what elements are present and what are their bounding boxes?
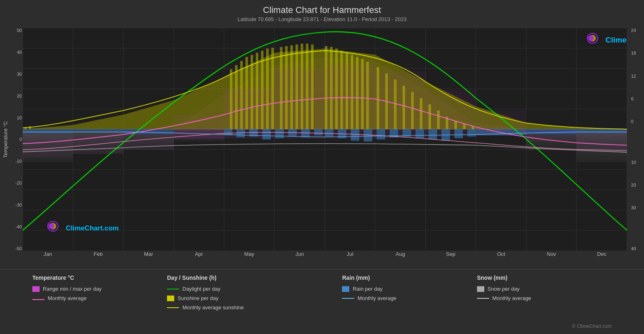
temp-avg-line [32, 299, 44, 300]
x-label-aug: Aug [375, 251, 426, 267]
legend-item-daylight: Daylight per day [167, 286, 342, 292]
svg-rect-109 [526, 129, 576, 142]
legend-item-rain-day: Rain per day [342, 286, 477, 292]
chart-subtitle: Latitude 70.685 - Longitude 23.871 - Ele… [0, 16, 644, 22]
svg-rect-49 [429, 129, 437, 140]
svg-rect-105 [325, 65, 376, 129]
svg-rect-103 [224, 88, 274, 129]
svg-rect-52 [467, 129, 476, 136]
svg-rect-102 [174, 115, 224, 139]
svg-rect-36 [262, 129, 271, 140]
svg-rect-100 [73, 133, 123, 154]
chart-container: Climate Chart for Hammerfest Latitude 70… [0, 0, 644, 334]
svg-rect-37 [275, 129, 284, 138]
chart-header: Climate Chart for Hammerfest Latitude 70… [0, 0, 644, 24]
legend-title-snow: Snow (mm) [477, 274, 612, 281]
svg-rect-41 [325, 129, 334, 136]
legend-item-temp-avg: Monthly average [32, 295, 167, 301]
svg-text:ClimeChart.com: ClimeChart.com [606, 36, 627, 44]
chart-plot: ClimeChart.com ClimeChart.com [23, 28, 627, 251]
chart-svg: ClimeChart.com ClimeChart.com [23, 28, 627, 251]
svg-rect-43 [351, 129, 359, 141]
legend-sunshine: Day / Sunshine (h) Daylight per day Suns… [167, 274, 342, 329]
snow-avg-line [477, 298, 489, 299]
svg-rect-110 [576, 133, 627, 152]
legend-item-temp-range: Range min / max per day [32, 286, 167, 292]
x-label-jan: Jan [23, 251, 73, 267]
daylight-line [167, 289, 179, 289]
rain-avg-line [342, 298, 354, 299]
x-label-dec: Dec [576, 251, 627, 267]
rain-swatch [342, 286, 349, 292]
x-label-jul: Jul [325, 251, 375, 267]
chart-title: Climate Chart for Hammerfest [0, 5, 644, 15]
right-axis-top: 24 18 12 6 0 10 20 30 40 [631, 28, 643, 251]
x-label-oct: Oct [476, 251, 526, 267]
svg-rect-104 [274, 69, 325, 129]
legend-area: Temperature °C Range min / max per day M… [0, 269, 644, 334]
legend-item-snow-day: Snow per day [477, 286, 612, 292]
svg-rect-99 [23, 134, 73, 157]
svg-rect-58 [576, 129, 627, 133]
sunshine-swatch [167, 296, 174, 301]
svg-rect-107 [425, 90, 476, 129]
svg-rect-45 [377, 129, 385, 140]
legend-item-sunshine: Sunshine per day [167, 295, 342, 301]
legend-title-sun: Day / Sunshine (h) [167, 274, 342, 281]
x-axis: Jan Feb Mar Apr May Jun Jul Aug Sep Oct … [23, 251, 627, 267]
x-label-mar: Mar [123, 251, 174, 267]
svg-point-114 [588, 35, 594, 41]
x-label-feb: Feb [73, 251, 124, 267]
legend-title-temp: Temperature °C [32, 274, 167, 281]
temp-range-swatch [32, 286, 40, 292]
svg-rect-51 [454, 129, 463, 138]
legend-title-rain: Rain (mm) [342, 274, 477, 281]
legend-rain: Rain (mm) Rain per day Monthly average [342, 274, 477, 329]
snow-swatch [477, 286, 484, 292]
sun-avg-line [167, 307, 179, 308]
svg-rect-34 [236, 129, 245, 137]
svg-rect-39 [301, 129, 310, 137]
svg-rect-108 [476, 111, 526, 135]
svg-rect-40 [314, 129, 323, 135]
legend-snow: Snow (mm) Snow per day Monthly average ©… [477, 274, 612, 329]
legend-item-snow-avg: Monthly average [477, 295, 612, 301]
watermark: © ClimeChart.com [572, 323, 612, 329]
svg-rect-53 [23, 129, 73, 133]
x-label-may: May [224, 251, 274, 267]
x-label-jun: Jun [274, 251, 325, 267]
svg-point-118 [48, 223, 54, 229]
legend-item-sun-avg: Monthly average sunshine [167, 304, 342, 311]
left-axis-title: Temperature °C [2, 138, 8, 158]
legend-item-rain-avg: Monthly average [342, 295, 477, 301]
svg-text:ClimeChart.com: ClimeChart.com [66, 224, 119, 232]
x-label-sep: Sep [426, 251, 476, 267]
x-label-apr: Apr [174, 251, 224, 267]
x-label-nov: Nov [526, 251, 577, 267]
svg-rect-48 [416, 129, 424, 138]
legend-temperature: Temperature °C Range min / max per day M… [32, 274, 167, 329]
